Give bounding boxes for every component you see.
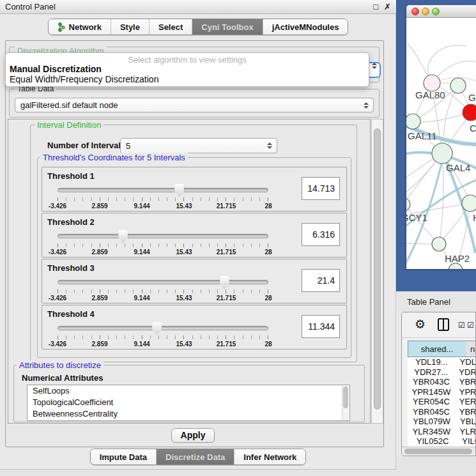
cell-shared-name[interactable]: YBR045C [408,407,455,417]
cell-shared-name[interactable]: YBR043C [408,377,455,387]
tab-infer-network[interactable]: Infer Network [234,449,305,464]
cell-name[interactable]: YPR1 [455,387,476,397]
scrollbar-thumb[interactable] [343,387,348,408]
mac-minimize-button[interactable] [422,8,429,15]
cell-name[interactable]: YDL1 [456,357,476,367]
threshold-slider[interactable]: -3.4262.8599.14415.4321.71528 [58,230,268,257]
tick-label: 2.859 [91,341,107,348]
table-row[interactable]: YBR045CYBR0 [408,407,476,417]
network-node-h[interactable] [462,195,476,211]
tab-discretize-data[interactable]: Discretize Data [157,449,234,464]
threshold-label: Threshold 3 [47,263,95,273]
number-of-intervals-label: Number of Intervals [47,141,125,150]
network-node-hap2[interactable] [432,237,446,251]
attribute-item[interactable]: TopologicalCoefficient [27,397,349,408]
cell-name[interactable]: YIL0 [457,436,476,447]
cell-name[interactable]: YBR0 [455,407,476,417]
slider-thumb[interactable] [220,276,229,289]
cell-shared-name[interactable]: YIL052C [408,436,457,447]
threshold-value-field[interactable]: 11.344 [302,315,340,338]
cell-name[interactable]: YER0 [455,397,476,407]
tab-impute-data[interactable]: Impute Data [91,449,157,464]
cell-shared-name[interactable]: YPR145W [408,387,455,397]
slider-track[interactable] [58,326,268,330]
number-of-intervals-combobox[interactable]: 5 [120,138,277,153]
scrollbar-thumb[interactable] [404,449,472,454]
tab-network[interactable]: Network [49,19,111,35]
network-window-titlebar[interactable] [406,5,476,18]
cell-name[interactable]: YBR0 [455,377,476,387]
network-node-c[interactable] [463,104,476,121]
checkbox-icon[interactable]: ☑ [458,321,465,330]
threshold-value-field[interactable]: 14.713 [302,177,340,200]
network-node-gal11[interactable] [406,114,420,129]
slider-thumb[interactable] [118,230,128,243]
tick-label: 28 [265,341,272,348]
cell-name[interactable]: YDR2 [454,367,476,378]
numerical-attributes-list[interactable]: SelfLoopsTopologicalCoefficientBetweenne… [27,385,350,421]
network-node-gal4[interactable] [432,143,452,164]
table-row[interactable]: YIL052CYIL0 [408,436,476,447]
algorithm-option-equal-width[interactable]: Equal Width/Frequency Discretization [10,74,158,84]
slider-track[interactable] [58,234,268,238]
panel-vertical-scrollbar[interactable] [371,119,383,424]
threshold-list: Threshold 1 -3.4262.8599.14415.4321.7152… [38,167,351,349]
mac-close-button[interactable] [411,8,419,15]
table-row[interactable]: YER054CYER0 [408,397,476,407]
table-data-combobox[interactable]: galFiltered.sif default node [15,98,374,112]
network-node-ga[interactable] [450,78,466,93]
threshold-slider[interactable]: -3.4262.8599.14415.4321.71528 [58,322,268,349]
network-svg[interactable]: GAL80GACGAL11GAL4GCY1HHAP2 [406,18,476,269]
tick-label: 28 [265,249,272,256]
slider-thumb[interactable] [152,322,162,335]
tick-label: 28 [265,295,272,302]
scrollbar-thumb[interactable] [374,128,381,410]
threshold-slider[interactable]: -3.4262.8599.14415.4321.71528 [58,276,268,303]
network-node-gcy1[interactable] [406,198,410,211]
slider-thumb[interactable] [174,184,184,197]
table-row[interactable]: YPR145WYPR1 [408,387,476,397]
table-horizontal-scrollbar[interactable] [402,447,476,456]
table-row[interactable]: YBR043CYBR0 [408,377,476,387]
cell-shared-name[interactable]: YDL19... [408,357,456,367]
float-window-icon[interactable]: □ [373,1,378,13]
threshold-slider[interactable]: -3.4262.8599.14415.4321.71528 [58,184,268,211]
node-label: HAP2 [445,253,470,264]
algorithm-option-manual[interactable]: Manual Discretization [10,64,102,74]
tab-select[interactable]: Select [150,19,192,35]
tab-label: Style [120,22,140,32]
checkbox-icon[interactable]: ☑ [467,321,474,330]
apply-button[interactable]: Apply [171,428,215,443]
threshold-value-field[interactable]: 6.316 [302,223,340,246]
column-header-shared[interactable]: shared... [408,341,466,357]
column-header-name[interactable]: na [466,341,476,357]
attributes-scrollbar[interactable] [342,386,349,421]
attribute-item[interactable]: BetweennessCentrality [27,408,349,420]
node-label: H [473,212,476,223]
cell-shared-name[interactable]: YBL079W [408,417,456,427]
tab-jactivemnodules[interactable]: jActiveMNodules [263,19,348,35]
cell-shared-name[interactable]: YER054C [408,397,455,407]
tab-cyni-toolbox[interactable]: Cyni Toolbox [192,19,263,35]
tab-style[interactable]: Style [111,19,150,35]
table-row[interactable]: YBL079WYBL0 [408,417,476,427]
slider-track[interactable] [58,280,268,284]
cell-name[interactable]: YLR3 [456,427,476,437]
network-node[interactable] [449,263,463,269]
mac-zoom-button[interactable] [432,8,440,15]
threshold-value-field[interactable]: 21.4 [302,269,340,292]
threshold-panel: Threshold 1 -3.4262.8599.14415.4321.7152… [42,167,347,211]
cell-shared-name[interactable]: YDR27... [408,367,454,378]
gear-icon[interactable]: ⚙ [415,317,426,332]
table-row[interactable]: YLR345WYLR3 [408,427,476,437]
columns-icon[interactable] [438,318,449,331]
cell-name[interactable]: YBL0 [456,417,476,427]
table-row[interactable]: YDR27...YDR2 [408,367,476,378]
table-row[interactable]: YDL19...YDL1 [408,357,476,367]
table-panel-toolbar: ⚙ ☑ ☑ [402,312,476,338]
close-panel-icon[interactable]: ✗ [384,1,391,13]
tick-label: 15.43 [176,203,192,210]
slider-track[interactable] [58,188,268,192]
attribute-item[interactable]: SelfLoops [27,385,349,397]
cell-shared-name[interactable]: YLR345W [408,427,456,437]
